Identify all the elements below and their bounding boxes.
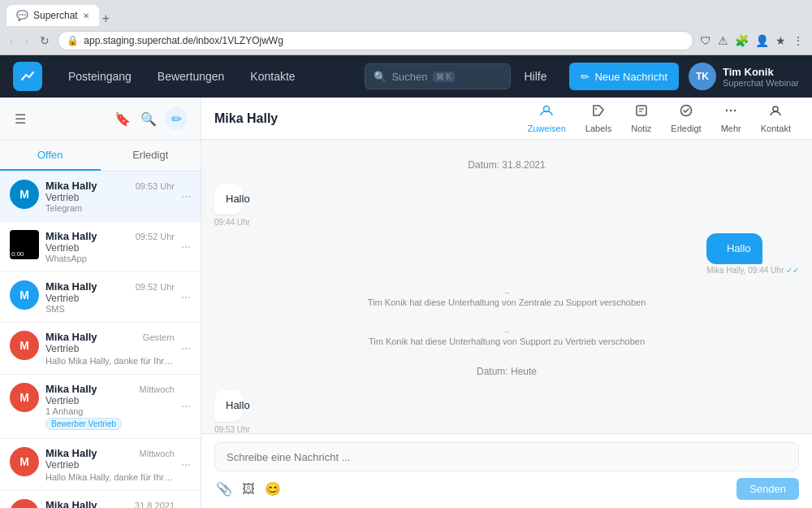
browser-tabs: 💬 Superchat ✕ +	[6, 0, 110, 26]
conv-source: Telegram	[45, 203, 175, 213]
list-item[interactable]: M Mika Hally Mittwoch Vertrieb Hallo Mik…	[0, 439, 201, 491]
avatar: M	[10, 383, 39, 412]
note-icon	[634, 103, 649, 122]
message-row: Hallo 09:53 Uhr	[214, 390, 799, 433]
message-time: 09:53 Uhr	[214, 425, 261, 433]
lock-icon: 🔒	[67, 35, 79, 46]
tab-favicon: 💬	[16, 10, 28, 21]
conv-content: Mika Hally 09:52 Uhr Vertrieb SMS	[45, 280, 175, 314]
more-icon[interactable]: ⋯	[181, 343, 191, 354]
svg-rect-3	[637, 106, 646, 115]
more-icon[interactable]: ⋯	[181, 401, 191, 412]
new-message-button[interactable]: ✏ Neue Nachricht	[569, 63, 679, 90]
system-message: → Tim Konik hat diese Unterhaltung von Z…	[214, 288, 799, 307]
labels-label: Labels	[585, 124, 611, 133]
label-icon	[591, 103, 606, 122]
main-layout: ☰ 🔖 🔍 ✏ Offen Erledigt M Mika Hally 09:5…	[0, 98, 812, 508]
filter-icon-button[interactable]: 🔖	[113, 107, 132, 130]
url-bar[interactable]: 🔒 app.staging.superchat.de/inbox/1VLZYOj…	[58, 31, 693, 50]
conv-name: Mika Hally	[45, 383, 97, 395]
video-thumbnail: 0:00	[10, 230, 39, 259]
svg-point-9	[734, 110, 736, 111]
list-item[interactable]: M Mika Hally Gestern Vertrieb Hallo Mika…	[0, 323, 201, 375]
menu-icon[interactable]: ⋮	[791, 33, 806, 49]
pencil-icon: ✏	[581, 71, 590, 83]
profile-icon[interactable]: 👤	[754, 33, 771, 49]
mehr-button[interactable]: Mehr	[713, 98, 749, 138]
video-time: 0:00	[11, 250, 24, 258]
conv-time: Mittwoch	[140, 449, 175, 458]
conv-name: Mika Hally	[45, 180, 97, 192]
notiz-label: Notiz	[631, 124, 651, 133]
list-item[interactable]: M Mika Hally 09:53 Uhr Vertrieb Telegram…	[0, 172, 201, 222]
warning-icon[interactable]: ⚠	[716, 33, 730, 49]
avatar[interactable]: TK	[689, 63, 716, 90]
erledigt-label: Erledigt	[671, 124, 701, 133]
labels-button[interactable]: Labels	[577, 98, 620, 138]
new-tab-button[interactable]: +	[102, 11, 110, 26]
kontakt-button[interactable]: Kontakt	[753, 98, 799, 138]
more-icon[interactable]: ⋯	[181, 459, 191, 471]
user-info[interactable]: Tim Konik Superchat Webinar	[723, 66, 799, 88]
search-bar[interactable]: 🔍 Suchen ⌘ K	[365, 63, 511, 89]
messages-area: Datum: 31.8.2021 Hallo 09:44 Uhr Hallo M…	[201, 140, 812, 433]
attachment-icon-button[interactable]: 📎	[214, 480, 234, 498]
image-icon-button[interactable]: 🖼	[240, 480, 257, 498]
conv-content: Mika Hally 09:53 Uhr Vertrieb Telegram	[45, 180, 175, 213]
chat-actions: Zuweisen Labels	[520, 98, 799, 138]
compose-icon-button[interactable]: ✏	[165, 107, 188, 130]
nav-posteingang[interactable]: Posteingang	[55, 55, 145, 98]
reload-button[interactable]: ↻	[37, 33, 53, 49]
list-item[interactable]: M Mika Hally 09:52 Uhr Vertrieb SMS ⋯	[0, 272, 201, 323]
conv-time: Gestern	[143, 332, 175, 342]
list-item[interactable]: M Mika Hally 31.8.2021 Hallo Mika Hally,…	[0, 491, 201, 508]
help-button[interactable]: Hilfe	[511, 70, 559, 83]
emoji-icon-button[interactable]: 😊	[263, 480, 283, 498]
message-row: Hallo 09:44 Uhr	[214, 184, 799, 227]
back-button[interactable]: ‹	[6, 33, 17, 49]
conv-label: Vertrieb	[45, 459, 175, 471]
app-logo[interactable]	[13, 62, 42, 91]
tab-open[interactable]: Offen	[0, 141, 101, 171]
conv-name: Mika Hally	[45, 280, 97, 293]
browser-chrome: 💬 Superchat ✕ +	[0, 0, 812, 26]
message-bubble: Hallo	[214, 184, 243, 215]
sidebar-header: ☰ 🔖 🔍 ✏	[0, 98, 201, 141]
browser-tab-superchat[interactable]: 💬 Superchat ✕	[6, 5, 99, 26]
list-item[interactable]: 0:00 Mika Hally 09:52 Uhr Vertrieb Whats…	[0, 222, 201, 272]
more-icon[interactable]: ⋯	[181, 241, 191, 253]
more-icon[interactable]: ⋯	[181, 292, 191, 303]
conv-name: Mika Hally	[45, 331, 97, 343]
forward-button[interactable]: ›	[22, 33, 32, 49]
bookmark-icon[interactable]: ★	[774, 33, 788, 49]
shield-icon[interactable]: 🛡	[698, 33, 713, 49]
avatar: M	[10, 331, 39, 360]
message-row: Hallo Mika Hally, 09:44 Uhr ✓✓	[214, 233, 799, 275]
nav-bewertungen[interactable]: Bewertungen	[145, 55, 238, 98]
notiz-button[interactable]: Notiz	[623, 98, 659, 138]
nav-kontakte[interactable]: Kontakte	[237, 55, 308, 98]
menu-toggle-button[interactable]: ☰	[13, 110, 28, 128]
message-time: 09:44 Uhr	[214, 218, 261, 227]
extensions-icon[interactable]: 🧩	[733, 33, 750, 49]
tag-badge: Bewerber Vertrieb	[45, 418, 122, 430]
conv-time: 31.8.2021	[135, 501, 175, 509]
avatar: M	[10, 499, 39, 508]
tab-close-icon[interactable]: ✕	[83, 11, 89, 20]
message-input[interactable]	[214, 442, 799, 471]
contact-icon	[768, 103, 783, 122]
avatar: M	[10, 180, 39, 209]
tab-resolved[interactable]: Erledigt	[101, 141, 201, 171]
conv-content: Mika Hally Mittwoch Vertrieb 1 Anhang Be…	[45, 383, 175, 430]
user-subtitle: Superchat Webinar	[723, 78, 799, 88]
user-name: Tim Konik	[723, 66, 799, 78]
search-icon-button[interactable]: 🔍	[139, 107, 158, 130]
erledigt-button[interactable]: Erledigt	[663, 98, 709, 138]
more-icon[interactable]: ⋯	[181, 191, 191, 202]
send-button[interactable]: Senden	[736, 478, 799, 500]
zuweisen-button[interactable]: Zuweisen	[520, 98, 574, 138]
message-bubble: Hallo	[214, 390, 243, 421]
browser-right-icons: 🛡 ⚠ 🧩 👤 ★ ⋮	[698, 33, 806, 49]
list-item[interactable]: M Mika Hally Mittwoch Vertrieb 1 Anhang …	[0, 375, 201, 439]
system-message: → Tim Konik hat diese Unterhaltung von S…	[214, 327, 799, 346]
